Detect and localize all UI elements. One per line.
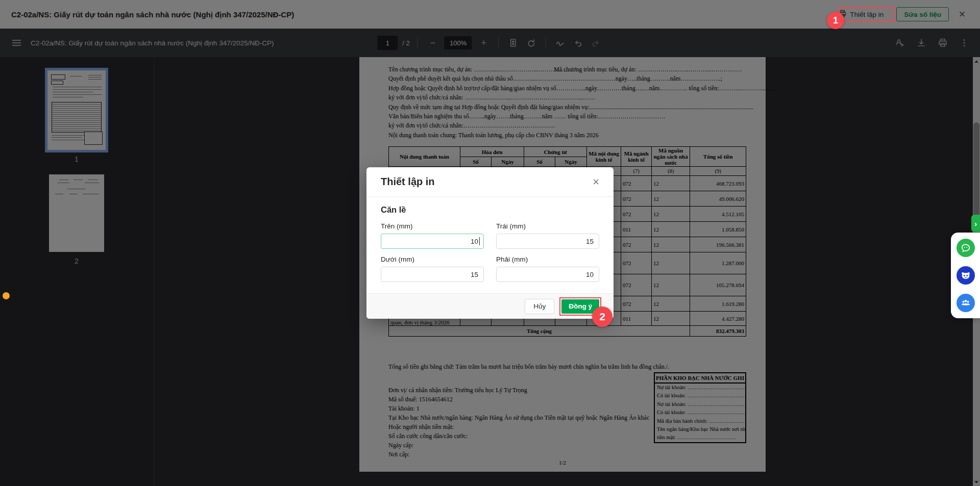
- notification-dot: [3, 292, 10, 299]
- annotation-badge-1: 1: [827, 12, 844, 29]
- dialog-close-icon[interactable]: ×: [593, 176, 599, 188]
- dialog-body: Căn lề Trên (mm) Trái (mm) Dưới (mm): [366, 197, 614, 282]
- dialog-footer: Hủy Đồng ý: [366, 293, 614, 319]
- margin-bottom-field: Dưới (mm): [381, 255, 484, 282]
- margin-left-input[interactable]: [496, 234, 599, 249]
- margin-bottom-label: Dưới (mm): [381, 255, 484, 263]
- margin-right-label: Phải (mm): [496, 255, 599, 263]
- chevron-right-icon: ›: [974, 219, 977, 228]
- print-setup-dialog: Thiết lập in × Căn lề Trên (mm) Trái (mm…: [366, 167, 614, 319]
- margin-top-label: Trên (mm): [381, 222, 484, 230]
- margin-bottom-input[interactable]: [381, 267, 484, 282]
- cancel-button[interactable]: Hủy: [525, 299, 554, 314]
- support-widget-panel: [951, 233, 980, 318]
- margin-right-input[interactable]: [496, 267, 599, 282]
- expand-panel-tab[interactable]: ›: [971, 215, 980, 232]
- margin-left-label: Trái (mm): [496, 222, 599, 230]
- dialog-header: Thiết lập in ×: [366, 167, 614, 197]
- annotation-badge-2: 2: [592, 306, 612, 327]
- text-cursor: [479, 237, 480, 245]
- annotation-box-step1: [839, 7, 894, 22]
- community-group-icon[interactable]: [957, 294, 975, 312]
- margin-left-field: Trái (mm): [496, 222, 599, 249]
- margin-top-input[interactable]: [381, 234, 484, 249]
- margin-right-field: Phải (mm): [496, 255, 599, 282]
- dialog-title: Thiết lập in: [381, 176, 435, 188]
- margin-top-field: Trên (mm): [381, 222, 484, 249]
- ai-assistant-icon[interactable]: [957, 266, 975, 285]
- margin-section-title: Căn lề: [381, 205, 599, 215]
- chat-support-icon[interactable]: [957, 239, 975, 257]
